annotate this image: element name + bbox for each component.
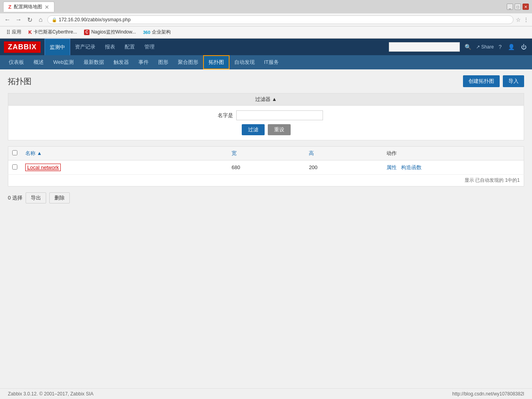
table-row: Local network 680 200 属性 构造函数 — [8, 160, 524, 175]
delete-button[interactable]: 删除 — [49, 192, 70, 203]
filter-name-input[interactable] — [236, 110, 323, 120]
nav-item-admin[interactable]: 管理 — [140, 39, 159, 55]
cell-width: 680 — [228, 160, 305, 175]
sub-nav-overview[interactable]: 概述 — [29, 55, 49, 69]
forward-button[interactable]: → — [14, 15, 23, 24]
sub-nav-triggers[interactable]: 触发器 — [109, 55, 134, 69]
menu-icon[interactable]: ⋮ — [523, 17, 529, 23]
bookmarks-bar: ⠿ 应用 K 卡巴斯基Cyberthre... C Nagios监控Window… — [0, 26, 532, 38]
address-bar[interactable]: 🔒 172.16.20.90/zabbix/sysmaps.php — [47, 15, 513, 24]
filter-apply-button[interactable]: 过滤 — [242, 124, 265, 135]
page-content: 拓扑图 创建拓扑图 导入 过滤器 ▲ 名字是 过滤 重设 — [0, 69, 532, 209]
header-search-input[interactable] — [389, 42, 460, 52]
bookmark-nagios[interactable]: C Nagios监控Window... — [81, 28, 139, 37]
main-nav: 监测中 资产记录 报表 配置 管理 — [45, 39, 159, 55]
window-controls: _ □ ✕ — [507, 4, 529, 10]
filter-name-label: 名字是 — [209, 112, 233, 119]
action-constructor-link[interactable]: 构造函数 — [401, 164, 422, 170]
filter-header[interactable]: 过滤器 ▲ — [8, 93, 524, 106]
sub-nav-latest[interactable]: 最新数据 — [79, 55, 109, 69]
col-header-width: 宽 — [228, 147, 305, 160]
nav-item-config[interactable]: 配置 — [120, 39, 140, 55]
filter-buttons: 过滤 重设 — [13, 124, 519, 135]
cell-actions: 属性 构造函数 — [383, 160, 524, 175]
enterprise-icon: 360 — [143, 30, 150, 35]
apps-icon: ⠿ — [6, 29, 10, 35]
nagios-icon: C — [84, 30, 90, 35]
refresh-button[interactable]: ↻ — [25, 15, 34, 24]
sub-nav-aggregate[interactable]: 聚合图形 — [173, 55, 203, 69]
tab-title: 配置网络地图 — [14, 4, 42, 10]
zabbix-logo: ZABBIX — [4, 41, 41, 53]
cell-height: 200 — [305, 160, 382, 175]
sub-nav: 仪表板 概述 Web监测 最新数据 触发器 事件 图形 聚合图形 拓扑图 自动发… — [0, 55, 532, 69]
filter-section: 过滤器 ▲ 名字是 过滤 重设 — [8, 93, 524, 140]
action-properties-link[interactable]: 属性 — [386, 164, 397, 170]
main-header: ZABBIX 监测中 资产记录 报表 配置 管理 🔍 ↗ Share — [0, 39, 532, 55]
share-icon: ↗ — [476, 44, 480, 50]
col-header-height: 高 — [305, 147, 382, 160]
close-button[interactable]: ✕ — [523, 4, 529, 10]
user-icon[interactable]: 👤 — [506, 42, 516, 52]
bottom-actions: 0 选择 导出 删除 — [8, 192, 524, 203]
browser-tab[interactable]: Z 配置网络地图 ✕ — [3, 2, 54, 12]
export-button[interactable]: 导出 — [26, 192, 46, 203]
zabbix-app: ZABBIX 监测中 资产记录 报表 配置 管理 🔍 ↗ Share — [0, 39, 532, 354]
address-bar-container: ← → ↻ ⌂ 🔒 172.16.20.90/zabbix/sysmaps.ph… — [0, 13, 532, 26]
table-footer: 显示 已自动发现的 1中的1 — [8, 175, 524, 186]
sub-nav-web[interactable]: Web监测 — [49, 55, 79, 69]
power-icon[interactable]: ⏻ — [519, 42, 528, 52]
network-link[interactable]: Local network — [25, 164, 61, 171]
cell-name: Local network — [21, 160, 228, 175]
search-icon[interactable]: 🔍 — [463, 42, 473, 52]
sub-nav-dashboard[interactable]: 仪表板 — [4, 55, 29, 69]
sub-nav-discovery[interactable]: 自动发现 — [230, 55, 259, 69]
topology-table: 名称 ▲ 宽 高 动作 — [8, 146, 524, 175]
sub-nav-events[interactable]: 事件 — [134, 55, 153, 69]
browser-chrome: Z 配置网络地图 ✕ _ □ ✕ ← → ↻ ⌂ 🔒 172.16.20.90/… — [0, 0, 532, 39]
sub-nav-it-services[interactable]: IT服务 — [259, 55, 284, 69]
minimize-button[interactable]: _ — [507, 4, 513, 10]
create-topology-button[interactable]: 创建拓扑图 — [463, 75, 500, 87]
nav-item-assets[interactable]: 资产记录 — [70, 39, 100, 55]
zabbix-tab-icon: Z — [8, 4, 11, 10]
star-icon[interactable]: ☆ — [516, 17, 521, 23]
import-button[interactable]: 导入 — [503, 75, 524, 87]
row-checkbox[interactable] — [12, 164, 17, 170]
nav-item-monitor[interactable]: 监测中 — [45, 39, 70, 55]
tab-close-button[interactable]: ✕ — [45, 4, 49, 10]
header-right: 🔍 ↗ Share ? 👤 ⏻ — [389, 42, 528, 52]
select-all-checkbox[interactable] — [12, 150, 17, 155]
bookmark-kaspersky[interactable]: K 卡巴斯基Cyberthre... — [25, 28, 80, 37]
page-actions: 创建拓扑图 导入 — [463, 75, 524, 87]
browser-titlebar: Z 配置网络地图 ✕ _ □ ✕ — [0, 0, 532, 13]
kaspersky-icon: K — [28, 30, 32, 35]
col-header-actions: 动作 — [383, 147, 524, 160]
bookmark-apps[interactable]: ⠿ 应用 — [3, 28, 24, 37]
share-button[interactable]: ↗ Share — [476, 44, 494, 50]
selected-count: 0 选择 — [8, 194, 22, 201]
home-button[interactable]: ⌂ — [36, 15, 45, 24]
back-button[interactable]: ← — [3, 15, 12, 24]
filter-body: 名字是 过滤 重设 — [8, 106, 524, 140]
nav-item-reports[interactable]: 报表 — [100, 39, 120, 55]
page-title-bar: 拓扑图 创建拓扑图 导入 — [8, 75, 524, 87]
bookmark-enterprise[interactable]: 360 企业架构 — [140, 28, 174, 37]
filter-name-row: 名字是 — [13, 110, 519, 120]
lock-icon: 🔒 — [52, 17, 57, 22]
help-icon[interactable]: ? — [497, 42, 503, 52]
filter-reset-button[interactable]: 重设 — [268, 124, 291, 135]
page-title: 拓扑图 — [8, 76, 32, 87]
sub-nav-graphs[interactable]: 图形 — [153, 55, 173, 69]
col-header-name[interactable]: 名称 ▲ — [21, 147, 228, 160]
sub-nav-topology[interactable]: 拓扑图 — [203, 55, 230, 69]
maximize-button[interactable]: □ — [515, 4, 521, 10]
url-text: 172.16.20.90/zabbix/sysmaps.php — [59, 17, 509, 22]
